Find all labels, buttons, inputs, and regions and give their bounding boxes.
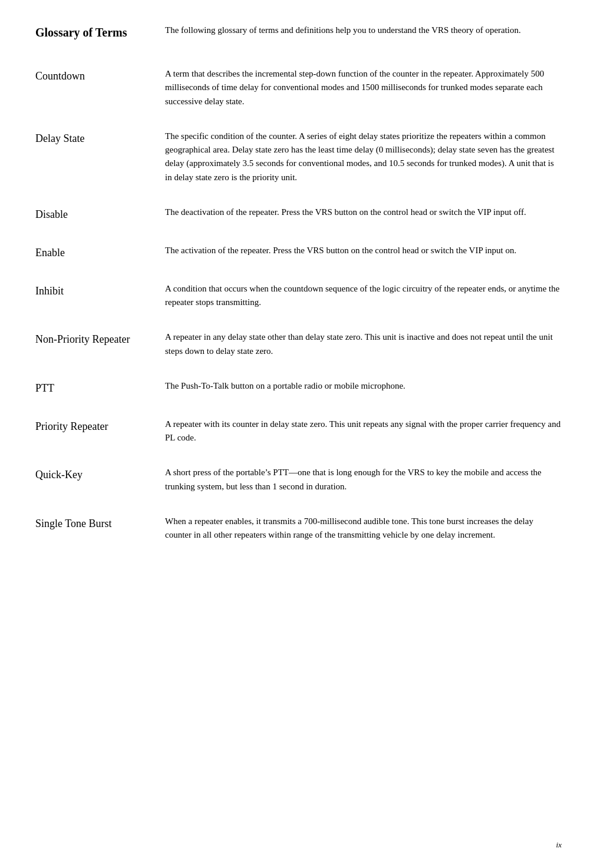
- glossary-intro: The following glossary of terms and defi…: [153, 24, 562, 61]
- glossary-row: InhibitA condition that occurs when the …: [35, 282, 562, 331]
- glossary-term: Countdown: [35, 67, 153, 130]
- glossary-row: Quick-KeyA short press of the portable’s…: [35, 466, 562, 515]
- glossary-row: DisableThe deactivation of the repeater.…: [35, 206, 562, 244]
- page-number: ix: [556, 839, 562, 851]
- glossary-term: PTT: [35, 379, 153, 418]
- glossary-row: Single Tone BurstWhen a repeater enables…: [35, 515, 562, 564]
- glossary-term: Disable: [35, 206, 153, 244]
- glossary-row: PTTThe Push-To-Talk button on a portable…: [35, 379, 562, 418]
- glossary-term: Enable: [35, 244, 153, 282]
- glossary-row: EnableThe activation of the repeater. Pr…: [35, 244, 562, 282]
- glossary-term: Priority Repeater: [35, 418, 153, 466]
- glossary-term: Inhibit: [35, 282, 153, 331]
- glossary-row: Delay StateThe specific condition of the…: [35, 130, 562, 206]
- glossary-term: Delay State: [35, 130, 153, 206]
- glossary-table: Glossary of Terms The following glossary…: [35, 24, 562, 563]
- glossary-definition: When a repeater enables, it transmits a …: [153, 515, 562, 564]
- glossary-header-row: Glossary of Terms The following glossary…: [35, 24, 562, 61]
- glossary-term: Non-Priority Repeater: [35, 330, 153, 379]
- glossary-row: Non-Priority RepeaterA repeater in any d…: [35, 330, 562, 379]
- glossary-definition: A short press of the portable’s PTT—one …: [153, 466, 562, 515]
- glossary-definition: The deactivation of the repeater. Press …: [153, 206, 562, 244]
- glossary-definition: The activation of the repeater. Press th…: [153, 244, 562, 282]
- glossary-row: Priority RepeaterA repeater with its cou…: [35, 418, 562, 466]
- glossary-row: CountdownA term that describes the incre…: [35, 67, 562, 130]
- glossary-definition: A repeater with its counter in delay sta…: [153, 418, 562, 466]
- glossary-term: Single Tone Burst: [35, 515, 153, 564]
- glossary-term: Quick-Key: [35, 466, 153, 515]
- glossary-definition: A term that describes the incremental st…: [153, 67, 562, 130]
- glossary-title: Glossary of Terms: [35, 24, 153, 61]
- glossary-definition: A condition that occurs when the countdo…: [153, 282, 562, 331]
- glossary-definition: A repeater in any delay state other than…: [153, 330, 562, 379]
- glossary-definition: The Push-To-Talk button on a portable ra…: [153, 379, 562, 418]
- glossary-definition: The specific condition of the counter. A…: [153, 130, 562, 206]
